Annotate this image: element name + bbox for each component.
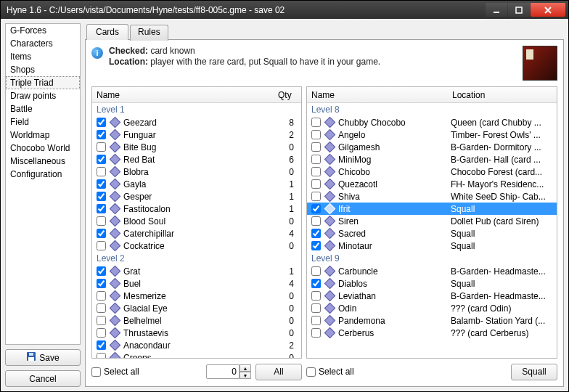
table-row[interactable]: Mesmerize0 bbox=[92, 290, 301, 302]
cancel-button[interactable]: Cancel bbox=[5, 370, 81, 387]
col-name[interactable]: Name bbox=[92, 90, 274, 100]
table-row[interactable]: PandemonaBalamb- Station Yard (... bbox=[307, 314, 557, 327]
row-checkbox[interactable] bbox=[311, 303, 321, 313]
table-row[interactable]: SirenDollet Pub (card Siren) bbox=[307, 215, 557, 227]
row-checkbox[interactable] bbox=[311, 167, 321, 176]
spin-down[interactable]: ▼ bbox=[240, 372, 251, 379]
table-row[interactable]: Blobra0 bbox=[92, 166, 301, 178]
row-checkbox[interactable] bbox=[97, 353, 106, 358]
row-checkbox[interactable] bbox=[97, 216, 106, 226]
table-row[interactable]: Blood Soul0 bbox=[92, 215, 301, 227]
table-row[interactable]: Cockatrice0 bbox=[92, 240, 301, 252]
save-button[interactable]: Save bbox=[5, 349, 81, 366]
row-checkbox[interactable] bbox=[97, 155, 106, 164]
row-checkbox[interactable] bbox=[97, 179, 106, 189]
sidebar-item[interactable]: Triple Triad bbox=[6, 76, 80, 89]
table-row[interactable]: Cerberus??? (card Cerberus) bbox=[307, 327, 557, 339]
table-row[interactable]: AngeloTimber- Forest Owls' ... bbox=[307, 128, 557, 141]
row-checkbox[interactable] bbox=[97, 167, 106, 176]
sidebar-item[interactable]: Items bbox=[6, 50, 80, 63]
table-row[interactable]: Caterchipillar4 bbox=[92, 227, 301, 240]
row-checkbox[interactable] bbox=[97, 192, 106, 201]
table-row[interactable]: SacredSquall bbox=[307, 227, 557, 240]
row-checkbox[interactable] bbox=[311, 179, 321, 189]
table-row[interactable]: Funguar2 bbox=[92, 128, 301, 141]
col-name[interactable]: Name bbox=[307, 90, 448, 100]
row-checkbox[interactable] bbox=[311, 130, 321, 139]
sidebar-item[interactable]: Field bbox=[6, 115, 80, 128]
table-row[interactable]: Thrustaevis0 bbox=[92, 327, 301, 339]
row-checkbox[interactable] bbox=[97, 266, 106, 276]
close-button[interactable] bbox=[531, 3, 565, 17]
sidebar-item[interactable]: Chocobo World bbox=[6, 142, 80, 155]
spin-up[interactable]: ▲ bbox=[240, 364, 251, 372]
sidebar-item[interactable]: Miscellaneous bbox=[6, 155, 80, 168]
row-checkbox[interactable] bbox=[97, 328, 106, 338]
table-row[interactable]: MiniMogB-Garden- Hall (card ... bbox=[307, 153, 557, 166]
row-checkbox[interactable] bbox=[311, 279, 321, 288]
row-checkbox[interactable] bbox=[97, 241, 106, 250]
table-row[interactable]: LeviathanB-Garden- Headmaste... bbox=[307, 290, 557, 302]
row-checkbox[interactable] bbox=[311, 229, 321, 238]
table-row[interactable]: Bite Bug0 bbox=[92, 141, 301, 153]
table-row[interactable]: Glacial Eye0 bbox=[92, 302, 301, 314]
left-list[interactable]: NameQtyLevel 1Geezard8Funguar2Bite Bug0R… bbox=[91, 86, 302, 359]
table-row[interactable]: Geezard8 bbox=[92, 116, 301, 128]
col-location[interactable]: Location bbox=[448, 90, 557, 100]
row-checkbox[interactable] bbox=[311, 241, 321, 250]
row-checkbox[interactable] bbox=[311, 316, 321, 325]
table-row[interactable]: Grat1 bbox=[92, 265, 301, 277]
table-row[interactable]: MinotaurSquall bbox=[307, 240, 557, 252]
sidebar-item[interactable]: Worldmap bbox=[6, 128, 80, 142]
right-list[interactable]: NameLocationLevel 8Chubby ChocoboQueen (… bbox=[306, 86, 557, 359]
table-row[interactable]: Gesper1 bbox=[92, 190, 301, 203]
row-checkbox[interactable] bbox=[311, 142, 321, 152]
table-row[interactable]: CarbuncleB-Garden- Headmaste... bbox=[307, 265, 557, 277]
table-row[interactable]: Odin??? (card Odin) bbox=[307, 302, 557, 314]
table-row[interactable]: QuezacotlFH- Mayor's Residenc... bbox=[307, 178, 557, 190]
row-checkbox[interactable] bbox=[97, 118, 106, 127]
table-row[interactable]: ShivaWhite SeeD Ship- Cab... bbox=[307, 190, 557, 203]
row-checkbox[interactable] bbox=[97, 204, 106, 213]
sidebar-list[interactable]: G-ForcesCharactersItemsShopsTriple Triad… bbox=[5, 23, 81, 345]
all-button[interactable]: All bbox=[255, 364, 302, 380]
row-checkbox[interactable] bbox=[311, 155, 321, 164]
table-row[interactable]: IfritSquall bbox=[307, 203, 557, 215]
sidebar-item[interactable]: Shops bbox=[6, 63, 80, 76]
sidebar-item[interactable]: Draw points bbox=[6, 89, 80, 102]
table-row[interactable]: Buel4 bbox=[92, 277, 301, 290]
table-row[interactable]: Fastitocalon1 bbox=[92, 203, 301, 215]
row-checkbox[interactable] bbox=[311, 216, 321, 226]
table-row[interactable]: Red Bat6 bbox=[92, 153, 301, 166]
table-row[interactable]: Gayla1 bbox=[92, 178, 301, 190]
table-row[interactable]: Anacondaur2 bbox=[92, 339, 301, 351]
row-checkbox[interactable] bbox=[97, 291, 106, 301]
squall-button[interactable]: Squall bbox=[511, 364, 557, 380]
right-selectall[interactable]: Select all bbox=[306, 367, 507, 377]
qty-spinner[interactable]: ▲▼ bbox=[206, 364, 251, 379]
row-checkbox[interactable] bbox=[97, 316, 106, 325]
left-selectall[interactable]: Select all bbox=[91, 367, 202, 377]
col-qty[interactable]: Qty bbox=[274, 90, 301, 100]
table-row[interactable]: DiablosSquall bbox=[307, 277, 557, 290]
row-checkbox[interactable] bbox=[311, 192, 321, 201]
row-checkbox[interactable] bbox=[97, 142, 106, 152]
row-checkbox[interactable] bbox=[311, 118, 321, 127]
sidebar-item[interactable]: Configuration bbox=[6, 168, 80, 181]
row-checkbox[interactable] bbox=[97, 130, 106, 139]
maximize-button[interactable] bbox=[508, 3, 530, 17]
table-row[interactable]: GilgameshB-Garden- Dormitory ... bbox=[307, 141, 557, 153]
table-row[interactable]: Chubby ChocoboQueen (card Chubby ... bbox=[307, 116, 557, 128]
row-checkbox[interactable] bbox=[311, 328, 321, 338]
sidebar-item[interactable]: Characters bbox=[6, 37, 80, 50]
sidebar-item[interactable]: G-Forces bbox=[6, 24, 80, 37]
row-checkbox[interactable] bbox=[311, 204, 321, 213]
qty-input[interactable] bbox=[206, 364, 240, 379]
row-checkbox[interactable] bbox=[97, 303, 106, 313]
table-row[interactable]: ChicoboChocobo Forest (card... bbox=[307, 166, 557, 178]
row-checkbox[interactable] bbox=[311, 266, 321, 276]
row-checkbox[interactable] bbox=[97, 229, 106, 238]
table-row[interactable]: Creeps0 bbox=[92, 351, 301, 358]
table-row[interactable]: Belhelmel0 bbox=[92, 314, 301, 327]
row-checkbox[interactable] bbox=[97, 279, 106, 288]
